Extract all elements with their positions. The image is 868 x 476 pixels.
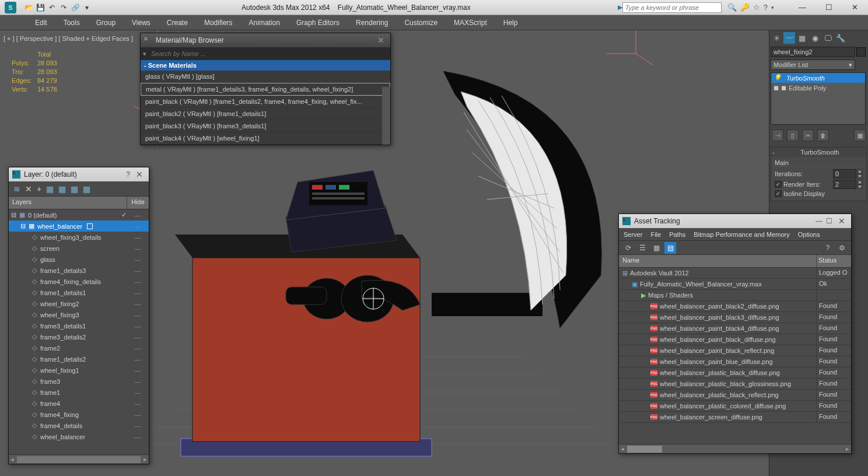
new-layer-icon[interactable]: ≋: [13, 184, 20, 194]
hide-icon[interactable]: ▦: [71, 184, 78, 194]
layers-column-header[interactable]: Layers: [9, 197, 127, 209]
render-iters-checkbox[interactable]: ✓: [775, 181, 782, 188]
modifier-list-dropdown[interactable]: Modifier List▾: [771, 60, 855, 70]
material-item[interactable]: glass ( VRayMtl ) [glass]: [141, 71, 390, 83]
hide-column-header[interactable]: Hide: [127, 197, 149, 209]
menu-modifiers[interactable]: Modifiers: [196, 15, 241, 30]
layer-row[interactable]: ◇ frame4_details—: [9, 420, 149, 431]
material-item[interactable]: paint_black2 ( VRayMtl ) [frame1_details…: [141, 108, 390, 120]
iterations-spinner[interactable]: ▲▼: [833, 169, 863, 178]
modifier-turbosmooth[interactable]: 💡TurboSmooth: [771, 73, 865, 83]
layer-row[interactable]: ◇ wheel_fixing1—: [9, 365, 149, 376]
horizontal-scrollbar[interactable]: ◂ ▸: [9, 454, 149, 464]
dropdown-icon[interactable]: ▾: [82, 2, 92, 13]
layer-row[interactable]: ◇ frame1_details2—: [9, 354, 149, 365]
asset-row[interactable]: PNG wheel_balancer_paint_black3_diffuse.…: [619, 312, 851, 323]
material-item[interactable]: paint_black ( VRayMtl ) [frame1_details2…: [141, 96, 390, 108]
layer-row[interactable]: ◇ wheel_balancer—: [9, 431, 149, 442]
layer-list[interactable]: ⊟ ▦ 0 (default) ✓—⊟ ▦ wheel_balancer —◇ …: [9, 209, 149, 454]
asset-list[interactable]: ⊞ Autodesk Vault 2012Logged O▣ Fully_Ato…: [619, 268, 851, 444]
tree-view-icon[interactable]: ☰: [636, 242, 648, 254]
scrollbar[interactable]: [382, 87, 390, 145]
create-tab-icon[interactable]: ✳: [771, 32, 782, 44]
highlight-icon[interactable]: ▦: [58, 184, 66, 194]
binoculars-icon[interactable]: 🔍: [727, 3, 737, 12]
key-icon[interactable]: 🔑: [740, 3, 750, 12]
layer-row[interactable]: ⊟ ▦ wheel_balancer —: [9, 220, 149, 232]
refresh-icon[interactable]: ⟳: [622, 242, 634, 254]
help-search-input[interactable]: [622, 2, 722, 13]
layer-row[interactable]: ◇ wheel_fixing2—: [9, 298, 149, 309]
help-icon[interactable]: ?: [822, 242, 834, 254]
render-iters-input[interactable]: [833, 180, 856, 189]
display-tab-icon[interactable]: 🖵: [822, 32, 834, 44]
freeze-icon[interactable]: ▦: [83, 184, 90, 194]
object-color-swatch[interactable]: [856, 47, 866, 57]
asset-menu-paths[interactable]: Paths: [669, 231, 685, 238]
close-icon[interactable]: ✕: [134, 170, 145, 179]
layer-row[interactable]: ◇ frame4_fixing_details—: [9, 276, 149, 287]
layer-row[interactable]: ◇ frame2—: [9, 342, 149, 354]
menu-views[interactable]: Views: [124, 15, 159, 30]
scene-materials-header[interactable]: - Scene Materials: [141, 60, 390, 71]
material-item[interactable]: metal ( VRayMtl ) [frame1_details3, fram…: [141, 83, 390, 96]
dropdown-icon[interactable]: ▾: [771, 5, 774, 10]
modifier-editable-poly[interactable]: ◼◼ Editable Poly: [771, 83, 865, 93]
dialog-titlebar[interactable]: S Asset Tracking — ☐ ✕: [619, 214, 851, 228]
redo-icon[interactable]: ↷: [58, 2, 69, 13]
layer-row[interactable]: ◇ wheel_fixing3_details—: [9, 232, 149, 243]
menu-help[interactable]: Help: [495, 15, 526, 30]
remove-modifier-icon[interactable]: 🗑: [817, 130, 829, 141]
table-view-icon[interactable]: ▦: [650, 242, 662, 254]
app-icon[interactable]: S: [5, 2, 16, 13]
menu-create[interactable]: Create: [159, 15, 196, 30]
spinner-down-icon[interactable]: ▼: [857, 174, 863, 178]
layer-row[interactable]: ◇ frame3_details2—: [9, 331, 149, 342]
layer-row[interactable]: ◇ screen—: [9, 243, 149, 254]
pin-stack-icon[interactable]: ⊣: [772, 130, 783, 141]
dialog-titlebar[interactable]: S Layer: 0 (default) ? ✕: [9, 167, 149, 181]
undo-icon[interactable]: ↶: [47, 2, 57, 13]
layer-row[interactable]: ◇ frame1_details3—: [9, 265, 149, 276]
menu-group[interactable]: Group: [88, 15, 124, 30]
modify-tab-icon[interactable]: 〰: [783, 32, 795, 44]
material-search-input[interactable]: [149, 50, 388, 57]
hierarchy-tab-icon[interactable]: ▦: [796, 32, 808, 44]
utilities-tab-icon[interactable]: 🔧: [835, 32, 846, 44]
star-icon[interactable]: ☆: [753, 3, 760, 12]
motion-tab-icon[interactable]: ◉: [809, 32, 821, 44]
options-icon[interactable]: ⚙: [836, 242, 848, 254]
asset-menu-options[interactable]: Options: [798, 231, 820, 238]
layer-row[interactable]: ⊟ ▦ 0 (default) ✓—: [9, 209, 149, 220]
minimize-button[interactable]: —: [789, 0, 816, 15]
menu-graph-editors[interactable]: Graph Editors: [288, 15, 348, 30]
asset-row[interactable]: PNG wheel_balancer_paint_black4_diffuse.…: [619, 323, 851, 334]
layer-row[interactable]: ◇ frame1—: [9, 387, 149, 398]
asset-row[interactable]: PNG wheel_balancer_paint_black_diffuse.p…: [619, 334, 851, 345]
layer-row[interactable]: ◇ glass—: [9, 254, 149, 265]
menu-maxscript[interactable]: MAXScript: [446, 15, 495, 30]
link-icon[interactable]: 🔗: [70, 2, 80, 13]
asset-row[interactable]: PNG wheel_balancer_screen_diffuse.pngFou…: [619, 412, 851, 423]
asset-row[interactable]: ▶ Maps / Shaders: [619, 290, 851, 301]
asset-row[interactable]: PNG wheel_balancer_plastic_colored_diffu…: [619, 401, 851, 412]
spinner-down-icon[interactable]: ▼: [857, 184, 863, 189]
isoline-checkbox[interactable]: ✓: [775, 190, 782, 197]
delete-layer-icon[interactable]: ✕: [25, 184, 32, 194]
asset-row[interactable]: PNG wheel_balancer_paint_blue_diffuse.pn…: [619, 356, 851, 368]
asset-menu-file[interactable]: File: [650, 231, 661, 238]
asset-row[interactable]: ▣ Fully_Atomatic_Wheel_Balancer_vray.max…: [619, 279, 851, 290]
show-end-result-icon[interactable]: ▯: [787, 130, 799, 141]
configure-icon[interactable]: ▦: [854, 130, 866, 141]
close-icon[interactable]: ✕: [836, 216, 848, 226]
spinner-up-icon[interactable]: ▲: [857, 169, 863, 174]
spinner-up-icon[interactable]: ▲: [857, 180, 863, 184]
help-icon[interactable]: ?: [126, 170, 130, 178]
menu-animation[interactable]: Animation: [241, 15, 288, 30]
asset-row[interactable]: PNG wheel_balancer_paint_black_reflect.p…: [619, 345, 851, 356]
dialog-titlebar[interactable]: S Material/Map Browser ✕: [141, 33, 390, 47]
asset-row[interactable]: ⊞ Autodesk Vault 2012Logged O: [619, 268, 851, 279]
maximize-icon[interactable]: ☐: [826, 217, 832, 225]
asset-row[interactable]: PNG wheel_balancer_plastic_black_glossin…: [619, 379, 851, 390]
layer-row[interactable]: ◇ frame1_details1—: [9, 287, 149, 298]
